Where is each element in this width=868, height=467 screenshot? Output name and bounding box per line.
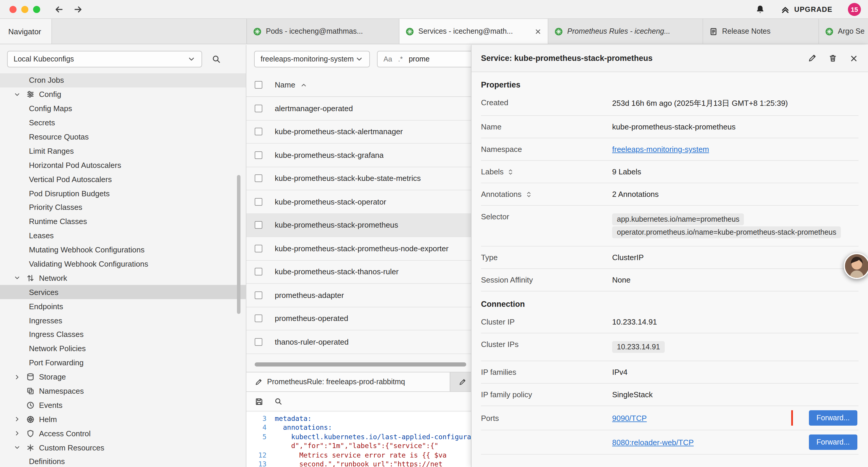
app-tab-argo-se[interactable]: Argo Se [819, 19, 868, 44]
forward-button[interactable]: Forward... [809, 410, 857, 426]
sidebar-item-port-forwarding[interactable]: Port Forwarding [0, 356, 246, 370]
row-checkbox[interactable] [255, 198, 262, 206]
sidebar-item-horizontal-pod-autoscalers[interactable]: Horizontal Pod Autoscalers [0, 158, 246, 172]
namespace-select[interactable]: freeleaps-monitoring-system [254, 51, 370, 67]
sidebar-item-ingress-classes[interactable]: Ingress Classes [0, 327, 246, 342]
drawer-label-text: Annotations [481, 190, 522, 199]
sidebar-item-limit-ranges[interactable]: Limit Ranges [0, 144, 246, 158]
sidebar-item-events[interactable]: Events [0, 398, 246, 412]
sidebar-item-storage[interactable]: Storage [0, 370, 246, 384]
edit-button[interactable] [808, 54, 816, 63]
sidebar-item-validating-webhook-configurations[interactable]: Validating Webhook Configurations [0, 257, 246, 271]
upgrade-icon [780, 4, 790, 14]
close-drawer-button[interactable] [849, 54, 859, 63]
upgrade-button[interactable]: UPGRADE [780, 4, 833, 14]
database-icon [25, 372, 35, 381]
sidebar-item-cron-jobs[interactable]: Cron Jobs [0, 73, 246, 87]
drawer-value: 10.233.14.91 [612, 340, 859, 354]
navigator-header: Navigator [0, 19, 247, 44]
drawer-label: Selector [481, 212, 612, 221]
app-tab-pods-icecheng-mathmas[interactable]: Pods - icecheng@mathmas... [247, 19, 399, 44]
sidebar-item-definitions[interactable]: Definitions [0, 455, 246, 467]
sidebar-item-priority-classes[interactable]: Priority Classes [0, 200, 246, 214]
zoom-window-button[interactable] [33, 6, 40, 13]
sidebar-item-services[interactable]: Services [0, 285, 246, 299]
sliders-icon [25, 90, 35, 99]
sidebar-item-network-policies[interactable]: Network Policies [0, 342, 246, 356]
sidebar-item-ingresses[interactable]: Ingresses [0, 313, 246, 327]
notification-count-badge[interactable]: 15 [848, 3, 861, 16]
sidebar-scrollbar[interactable] [237, 175, 241, 314]
namespace-link[interactable]: freeleaps-monitoring-system [612, 145, 709, 154]
sidebar-item-label: Network [39, 274, 67, 283]
row-checkbox[interactable] [255, 128, 262, 136]
port-link[interactable]: 8080:reloader-web/TCP [612, 438, 694, 447]
delete-button[interactable] [829, 54, 837, 63]
drawer-item-name: Namekube-prometheus-stack-prometheus [481, 116, 859, 138]
close-icon[interactable] [534, 28, 542, 35]
drawer-item-created: Created253d 16h 6m ago (2025年1月13日 GMT+8… [481, 92, 859, 116]
sidebar-item-network[interactable]: Network [0, 271, 246, 285]
sidebar-item-label: Helm [39, 415, 57, 424]
updown-chevrons-icon[interactable] [525, 191, 532, 198]
row-checkbox[interactable] [255, 105, 262, 112]
row-checkbox[interactable] [255, 151, 262, 159]
sidebar-item-helm[interactable]: Helm [0, 412, 246, 427]
forward-arrow-icon[interactable] [73, 4, 83, 14]
match-case-toggle[interactable]: Aa [383, 55, 392, 63]
dock-tab[interactable]: PrometheusRule: freeleaps-prod-rabbitmq [246, 372, 450, 391]
sidebar-item-mutating-webhook-configurations[interactable]: Mutating Webhook Configurations [0, 243, 246, 257]
sidebar-item-custom-resources[interactable]: Custom Resources [0, 440, 246, 455]
updown-chevrons-icon[interactable] [507, 168, 514, 175]
line-number: 5 [246, 433, 275, 442]
select-all-checkbox[interactable] [255, 81, 262, 89]
app-tab-prometheus-rules-icecheng[interactable]: Prometheus Rules - icecheng... [548, 19, 703, 44]
sidebar-item-pod-disruption-budgets[interactable]: Pod Disruption Budgets [0, 186, 246, 200]
chevron-down-icon[interactable] [13, 91, 21, 98]
drawer-item-annotations: Annotations2 Annotations [481, 183, 859, 206]
app-tab-services-icecheng-math[interactable]: Services - icecheng@math... [399, 19, 548, 44]
save-icon[interactable] [255, 397, 264, 406]
tab-navigator[interactable]: Navigator [0, 19, 52, 44]
minimize-window-button[interactable] [21, 6, 28, 13]
chevron-down-icon[interactable] [13, 274, 21, 282]
app-tab-release-notes[interactable]: Release Notes [703, 19, 819, 44]
sidebar-item-config[interactable]: Config [0, 87, 246, 102]
sidebar-item-vertical-pod-autoscalers[interactable]: Vertical Pod Autoscalers [0, 172, 246, 186]
forward-button[interactable]: Forward... [809, 435, 857, 450]
drawer-value: 8080:reloader-web/TCPForward... [612, 435, 859, 450]
drawer-value: 10.233.14.91 [612, 317, 859, 326]
kubeconfig-select[interactable]: Local Kubeconfigs [7, 51, 202, 67]
row-checkbox[interactable] [255, 245, 262, 253]
chevron-down-icon[interactable] [13, 444, 21, 451]
sidebar-item-config-maps[interactable]: Config Maps [0, 102, 246, 116]
notifications-bell-icon[interactable] [755, 4, 765, 14]
port-link[interactable]: 9090/TCP [612, 413, 647, 422]
sidebar-item-endpoints[interactable]: Endpoints [0, 299, 246, 314]
row-checkbox[interactable] [255, 291, 262, 299]
sidebar-search-icon[interactable] [212, 54, 221, 64]
sidebar-item-namespaces[interactable]: Namespaces [0, 384, 246, 398]
row-checkbox[interactable] [255, 338, 262, 346]
editor-search-icon[interactable] [274, 397, 282, 406]
back-arrow-icon[interactable] [54, 4, 64, 14]
row-checkbox[interactable] [255, 175, 262, 182]
sidebar-item-leases[interactable]: Leases [0, 229, 246, 243]
sidebar-item-runtime-classes[interactable]: Runtime Classes [0, 214, 246, 229]
webcam-avatar[interactable] [844, 253, 868, 279]
sidebar-item-secrets[interactable]: Secrets [0, 116, 246, 130]
doc-icon [709, 27, 718, 36]
sidebar-item-label: Config Maps [29, 104, 72, 113]
chevron-right-icon[interactable] [13, 416, 21, 423]
chevron-right-icon[interactable] [13, 373, 21, 380]
row-checkbox[interactable] [255, 222, 262, 229]
table-scrollbar[interactable] [255, 362, 466, 367]
row-name: prometheus-adapter [275, 291, 344, 300]
sidebar-item-access-control[interactable]: Access Control [0, 427, 246, 441]
regex-toggle[interactable]: .* [398, 55, 403, 63]
row-checkbox[interactable] [255, 268, 262, 276]
sidebar-item-resource-quotas[interactable]: Resource Quotas [0, 130, 246, 144]
row-checkbox[interactable] [255, 315, 262, 322]
close-window-button[interactable] [9, 6, 17, 13]
chevron-right-icon[interactable] [13, 430, 21, 437]
